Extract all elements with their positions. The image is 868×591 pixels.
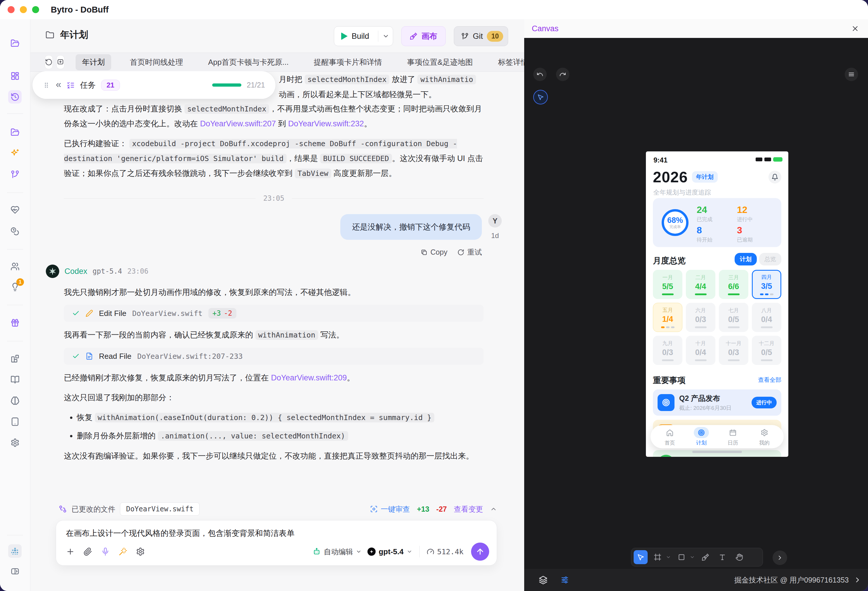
shape-tool[interactable]	[675, 550, 688, 564]
sidebar-item-rewards[interactable]	[8, 316, 22, 329]
chevron-up-icon[interactable]	[490, 506, 497, 513]
sidebar-item-ai[interactable]	[8, 146, 22, 160]
chevron-right-icon[interactable]	[853, 576, 862, 584]
user-avatar: Y	[488, 214, 502, 227]
retry-button[interactable]: 重试	[458, 248, 482, 257]
month-card[interactable]: 七月0/5	[719, 303, 748, 332]
frame-tool[interactable]	[651, 550, 664, 564]
sidebar-item-health[interactable]	[8, 203, 22, 217]
bell-icon[interactable]	[769, 171, 781, 183]
month-card[interactable]: 一月5/5	[653, 270, 682, 299]
sidebar-item-devices[interactable]	[8, 415, 22, 428]
phone-status-time: 9:41	[654, 156, 667, 164]
zoom-window-button[interactable]	[32, 6, 39, 13]
toolbar-expand-button[interactable]	[772, 550, 787, 565]
month-card[interactable]: 二月4/4	[686, 270, 715, 299]
sliders-icon[interactable]	[560, 576, 569, 584]
close-icon[interactable]	[851, 25, 859, 33]
sidebar-item-projects[interactable]	[8, 37, 22, 50]
history-tab-button[interactable]	[45, 55, 53, 69]
phone-year-title: 2026	[653, 168, 688, 186]
phone-preview[interactable]: 9:41 2026 年计划 全年规划与进度追踪 68% 完成率 24已完成	[646, 152, 788, 457]
layers-icon[interactable]	[539, 576, 548, 584]
sidebar-item-ideas[interactable]: 1	[8, 280, 22, 293]
segment-plan[interactable]: 计划	[735, 253, 757, 265]
phone-tab-calendar[interactable]: 日历	[725, 427, 741, 446]
tab-map[interactable]: 事项位置&足迹地图	[401, 54, 479, 70]
canvas-menu-button[interactable]	[844, 68, 858, 81]
task-progress-pill[interactable]: « 任务 21 21/21	[32, 71, 276, 99]
text-tool[interactable]	[715, 550, 729, 564]
add-attachment-button[interactable]	[66, 547, 75, 556]
select-tool-button[interactable]	[533, 90, 548, 105]
composer-input[interactable]: 在画布上设计一个现代风格的登录页面，包含渐变背景和简洁表单	[66, 528, 294, 538]
tool-call-read-file[interactable]: Read File DoYearView.swift:207-233	[64, 348, 484, 365]
sidebar-item-docs[interactable]	[8, 373, 22, 386]
month-card[interactable]: 三月6/6	[719, 270, 748, 299]
sidebar-item-community[interactable]	[8, 259, 22, 273]
collapse-icon[interactable]: «	[56, 78, 61, 90]
view-all-link[interactable]: 查看全部	[758, 376, 781, 384]
sidebar-item-blocks[interactable]	[8, 352, 22, 365]
tab-app-lag[interactable]: App首页卡顿与卡死原...	[202, 54, 295, 70]
month-card[interactable]: 八月0/4	[752, 303, 781, 332]
changed-file-tab[interactable]: DoYearView.swift	[120, 502, 200, 516]
send-button[interactable]	[471, 542, 489, 561]
month-card-selected[interactable]: 四月3/5	[752, 270, 781, 299]
bullseye-icon	[694, 427, 709, 438]
redo-button[interactable]	[556, 68, 570, 81]
gear-icon	[10, 438, 19, 447]
model-selector[interactable]: gpt-5.4	[368, 547, 412, 556]
minimize-window-button[interactable]	[20, 6, 27, 13]
month-card[interactable]: 十月0/4	[686, 336, 715, 365]
segment-overview[interactable]: 总览	[759, 253, 781, 265]
canvas-body[interactable]: 9:41 2026 年计划 全年规划与进度追踪 68% 完成率 24已完成	[524, 38, 868, 569]
month-card[interactable]: 九月0/3	[653, 336, 682, 365]
phone-tab-plan[interactable]: 计划	[694, 427, 709, 446]
sidebar-collapse-button[interactable]	[8, 564, 22, 578]
paperclip-icon[interactable]	[83, 547, 92, 556]
git-button[interactable]: Git 10	[454, 26, 508, 46]
sidebar-item-git[interactable]	[8, 167, 22, 181]
composer[interactable]: 在画布上设计一个现代风格的登录页面，包含渐变背景和简洁表单 自动编辑	[56, 520, 497, 566]
month-card[interactable]: 六月0/3	[686, 303, 715, 332]
cursor-tool[interactable]	[634, 550, 648, 564]
sidebar-item-files[interactable]	[8, 125, 22, 139]
tab-timeline[interactable]: 首页时间线处理	[124, 54, 189, 70]
sidebar-item-memory[interactable]	[8, 394, 22, 407]
build-button[interactable]: Build	[334, 26, 393, 46]
month-card[interactable]: 十一月0/3	[719, 336, 748, 365]
sidebar-item-community-logo[interactable]	[8, 544, 22, 558]
sidebar-item-history[interactable]	[8, 90, 22, 103]
new-chat-button[interactable]	[56, 55, 65, 69]
auto-edit-selector[interactable]: 自动编辑	[313, 547, 362, 557]
pen-tool[interactable]	[698, 550, 712, 564]
close-window-button[interactable]	[7, 6, 15, 13]
view-changes-link[interactable]: 查看变更	[454, 504, 483, 514]
drag-handle-icon[interactable]	[43, 81, 50, 89]
hand-tool[interactable]	[732, 550, 746, 564]
chevron-down-icon[interactable]	[690, 554, 695, 560]
sidebar-item-credits[interactable]	[8, 225, 22, 238]
tab-year-plan[interactable]: 年计划	[75, 54, 111, 70]
magic-wand-icon[interactable]	[118, 547, 127, 556]
removed-lines: -27	[436, 505, 447, 513]
chevron-down-icon[interactable]	[666, 554, 671, 560]
composer-settings-icon[interactable]	[136, 547, 145, 556]
month-card[interactable]: 五月1/4	[653, 303, 682, 332]
chevron-down-icon[interactable]	[382, 33, 389, 40]
one-click-review-button[interactable]: 一键审查	[370, 504, 410, 514]
copy-button[interactable]: Copy	[421, 248, 447, 256]
sidebar-item-dashboard[interactable]	[8, 69, 22, 83]
sidebar-item-settings[interactable]	[8, 436, 22, 449]
tab-reminder-cards[interactable]: 提醒事项卡片和详情	[307, 54, 388, 70]
phone-tab-home[interactable]: 首页	[662, 427, 678, 446]
assistant-paragraph: 已经撤销刚才那次修复，恢复成原来的切月写法了，位置在 DoYearView.sw…	[64, 370, 484, 385]
phone-tab-mine[interactable]: 我的	[757, 427, 772, 446]
undo-button[interactable]	[533, 68, 547, 81]
tool-call-edit-file[interactable]: Edit File DoYearView.swift +3-2	[64, 305, 484, 322]
microphone-icon[interactable]	[101, 547, 110, 556]
month-card[interactable]: 十二月0/5	[752, 336, 781, 365]
canvas-toggle-button[interactable]: 画布	[401, 26, 446, 46]
important-item[interactable]: Q2 产品发布截止: 2026年6月30日 进行中	[653, 389, 781, 416]
